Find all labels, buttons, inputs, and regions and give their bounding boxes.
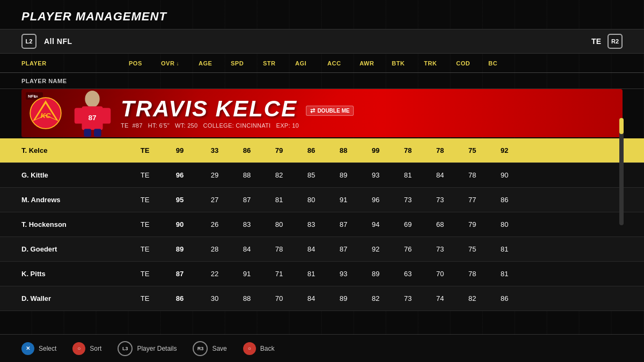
chiefs-logo-icon: KC <box>30 97 62 129</box>
svg-point-7 <box>85 91 99 107</box>
svg-rect-12 <box>94 129 101 137</box>
filter-bar: L2 All NFL TE R2 <box>0 29 644 54</box>
sort-label: Sort <box>90 345 101 352</box>
featured-player-banner: NFL PA KC 87 <box>21 89 623 137</box>
col-btk: BTK <box>392 60 424 67</box>
svg-rect-11 <box>84 129 91 137</box>
l3-button[interactable]: L3 <box>118 341 133 356</box>
awr-cell: 99 <box>360 146 392 154</box>
table-row[interactable]: G. Kittle TE 96 29 88 82 85 89 93 81 84 … <box>0 163 644 188</box>
player-name-cell: T. Kelce <box>21 146 129 154</box>
save-control: R3 Save <box>193 341 226 356</box>
select-control: ✕ Select <box>21 342 56 355</box>
player-name-cell: M. Andrews <box>21 196 129 204</box>
pos-cell: TE <box>129 146 161 154</box>
sort-button[interactable]: ○ <box>72 342 85 355</box>
double-me-badge: DOUBLE ME <box>306 106 354 116</box>
player-name-cell: D. Waller <box>21 294 129 302</box>
sort-control: ○ Sort <box>72 342 101 355</box>
filter-right: TE R2 <box>591 34 623 49</box>
player-details-line: TE #87 HT: 6'5" WT: 250 COLLEGE: CINCINN… <box>121 122 623 129</box>
table-row[interactable]: K. Pitts TE 87 22 91 71 81 93 89 63 70 7… <box>0 262 644 286</box>
svg-rect-9 <box>75 108 84 123</box>
col-awr: AWR <box>360 60 392 67</box>
player-name-cell: D. Goedert <box>21 245 129 253</box>
acc-cell: 88 <box>327 146 360 154</box>
save-label: Save <box>212 345 226 352</box>
player-details-control: L3 Player Details <box>118 341 177 356</box>
bottom-bar: ✕ Select ○ Sort L3 Player Details R3 Sav… <box>0 334 644 362</box>
player-info: TRAVIS KELCE DOUBLE ME TE #87 HT: 6'5" W… <box>115 98 623 129</box>
player-name-cell: K. Pitts <box>21 270 129 278</box>
age-cell: 33 <box>199 146 231 154</box>
pos-filter-label: TE <box>591 37 601 46</box>
table-row[interactable]: T. Hockenson TE 90 26 83 80 83 87 94 69 … <box>0 212 644 237</box>
col-bc: BC <box>488 60 521 67</box>
player-details-label: Player Details <box>137 345 177 352</box>
back-label: Back <box>260 345 275 352</box>
col-player: PLAYER <box>21 60 129 67</box>
cod-cell: 75 <box>456 146 488 154</box>
filter-label: All NFL <box>44 37 72 46</box>
table-row[interactable]: T. Kelce TE 99 33 86 79 86 88 99 78 78 7… <box>0 138 644 163</box>
col-str: STR <box>263 60 295 67</box>
trk-cell: 78 <box>424 146 456 154</box>
svg-text:87: 87 <box>88 114 96 122</box>
str-cell: 79 <box>263 146 295 154</box>
player-big-name: TRAVIS KELCE DOUBLE ME <box>121 98 623 120</box>
player-name-label: PLAYER NAME <box>21 78 129 84</box>
col-acc: ACC <box>327 60 360 67</box>
col-spd: SPD <box>231 60 263 67</box>
agi-cell: 86 <box>295 146 327 154</box>
table-row[interactable]: D. Waller TE 86 30 88 70 84 89 82 73 74 … <box>0 286 644 311</box>
scroll-bar[interactable] <box>619 118 624 225</box>
back-button[interactable]: ○ <box>243 342 256 355</box>
player-name-header: PLAYER NAME <box>0 73 644 89</box>
player-name-cell: T. Hockenson <box>21 220 129 228</box>
col-agi: AGI <box>295 60 327 67</box>
select-label: Select <box>39 345 56 352</box>
table-row[interactable]: D. Goedert TE 89 28 84 78 84 87 92 76 73… <box>0 237 644 262</box>
col-ovr[interactable]: OVR <box>161 60 199 67</box>
spd-cell: 86 <box>231 146 263 154</box>
filter-left: L2 All NFL <box>21 34 72 49</box>
player-rows: T. Kelce TE 99 33 86 79 86 88 99 78 78 7… <box>0 138 644 334</box>
col-pos: POS <box>129 60 161 67</box>
player-silhouette: 87 <box>70 90 115 137</box>
table-row[interactable]: M. Andrews TE 95 27 87 81 80 91 96 73 73… <box>0 188 644 212</box>
r2-button[interactable]: R2 <box>608 34 623 49</box>
svg-text:KC: KC <box>40 112 51 120</box>
team-logo-area: KC <box>21 97 70 129</box>
col-cod: COD <box>456 60 488 67</box>
screen: PLAYER MANAGEMENT L2 All NFL TE R2 PLAYE… <box>0 0 644 362</box>
col-trk: TRK <box>424 60 456 67</box>
page-title: PLAYER MANAGEMENT <box>0 0 644 29</box>
player-name-cell: G. Kittle <box>21 171 129 179</box>
x-button[interactable]: ✕ <box>21 342 34 355</box>
bc-cell: 92 <box>488 146 521 154</box>
svg-rect-10 <box>101 108 111 123</box>
ovr-cell: 99 <box>161 146 199 154</box>
column-headers: PLAYER POS OVR AGE SPD STR AGI ACC AWR B… <box>0 54 644 73</box>
r3-button[interactable]: R3 <box>193 341 208 356</box>
col-age: AGE <box>199 60 231 67</box>
back-control: ○ Back <box>243 342 275 355</box>
l2-button[interactable]: L2 <box>21 34 36 49</box>
btk-cell: 78 <box>392 146 424 154</box>
